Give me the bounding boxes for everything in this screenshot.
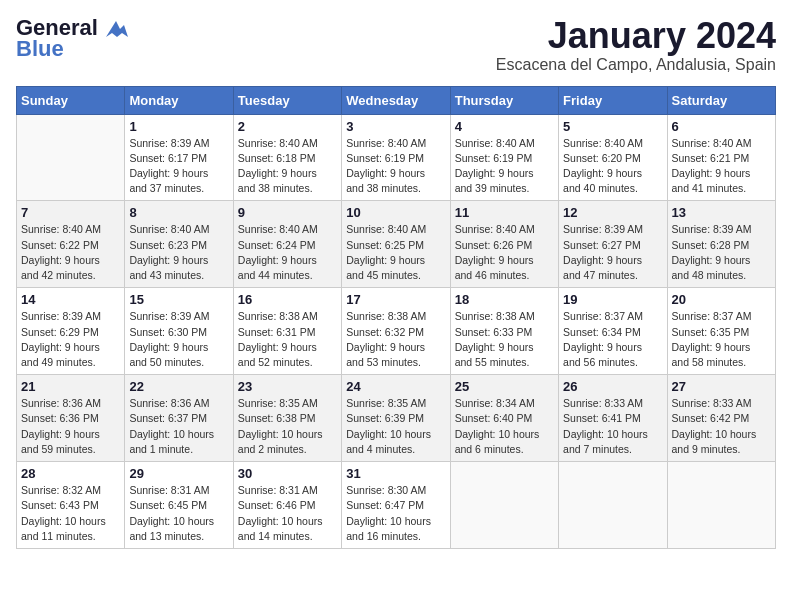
- calendar-cell: 18Sunrise: 8:38 AM Sunset: 6:33 PM Dayli…: [450, 288, 558, 375]
- logo-bottom: Blue: [16, 36, 64, 62]
- day-number: 26: [563, 379, 662, 394]
- calendar-cell: 6Sunrise: 8:40 AM Sunset: 6:21 PM Daylig…: [667, 114, 775, 201]
- calendar-cell: [559, 462, 667, 549]
- day-info: Sunrise: 8:40 AM Sunset: 6:18 PM Dayligh…: [238, 136, 337, 197]
- calendar-cell: 25Sunrise: 8:34 AM Sunset: 6:40 PM Dayli…: [450, 375, 558, 462]
- col-monday: Monday: [125, 86, 233, 114]
- calendar-cell: 3Sunrise: 8:40 AM Sunset: 6:19 PM Daylig…: [342, 114, 450, 201]
- day-number: 11: [455, 205, 554, 220]
- calendar-cell: 21Sunrise: 8:36 AM Sunset: 6:36 PM Dayli…: [17, 375, 125, 462]
- calendar-body: 1Sunrise: 8:39 AM Sunset: 6:17 PM Daylig…: [17, 114, 776, 548]
- day-number: 19: [563, 292, 662, 307]
- col-saturday: Saturday: [667, 86, 775, 114]
- day-number: 5: [563, 119, 662, 134]
- day-info: Sunrise: 8:32 AM Sunset: 6:43 PM Dayligh…: [21, 483, 120, 544]
- day-info: Sunrise: 8:38 AM Sunset: 6:32 PM Dayligh…: [346, 309, 445, 370]
- day-info: Sunrise: 8:40 AM Sunset: 6:25 PM Dayligh…: [346, 222, 445, 283]
- day-info: Sunrise: 8:31 AM Sunset: 6:45 PM Dayligh…: [129, 483, 228, 544]
- day-info: Sunrise: 8:40 AM Sunset: 6:19 PM Dayligh…: [346, 136, 445, 197]
- calendar-cell: 29Sunrise: 8:31 AM Sunset: 6:45 PM Dayli…: [125, 462, 233, 549]
- day-number: 15: [129, 292, 228, 307]
- calendar-cell: 16Sunrise: 8:38 AM Sunset: 6:31 PM Dayli…: [233, 288, 341, 375]
- day-number: 2: [238, 119, 337, 134]
- calendar-cell: 27Sunrise: 8:33 AM Sunset: 6:42 PM Dayli…: [667, 375, 775, 462]
- day-info: Sunrise: 8:30 AM Sunset: 6:47 PM Dayligh…: [346, 483, 445, 544]
- day-info: Sunrise: 8:31 AM Sunset: 6:46 PM Dayligh…: [238, 483, 337, 544]
- col-wednesday: Wednesday: [342, 86, 450, 114]
- calendar-cell: 5Sunrise: 8:40 AM Sunset: 6:20 PM Daylig…: [559, 114, 667, 201]
- day-info: Sunrise: 8:39 AM Sunset: 6:30 PM Dayligh…: [129, 309, 228, 370]
- calendar-week-row: 14Sunrise: 8:39 AM Sunset: 6:29 PM Dayli…: [17, 288, 776, 375]
- day-number: 28: [21, 466, 120, 481]
- calendar-cell: 17Sunrise: 8:38 AM Sunset: 6:32 PM Dayli…: [342, 288, 450, 375]
- day-info: Sunrise: 8:35 AM Sunset: 6:39 PM Dayligh…: [346, 396, 445, 457]
- day-number: 24: [346, 379, 445, 394]
- calendar-cell: 28Sunrise: 8:32 AM Sunset: 6:43 PM Dayli…: [17, 462, 125, 549]
- day-number: 16: [238, 292, 337, 307]
- logo-blue-text: [98, 15, 128, 40]
- day-info: Sunrise: 8:37 AM Sunset: 6:35 PM Dayligh…: [672, 309, 771, 370]
- day-info: Sunrise: 8:40 AM Sunset: 6:26 PM Dayligh…: [455, 222, 554, 283]
- calendar-cell: 26Sunrise: 8:33 AM Sunset: 6:41 PM Dayli…: [559, 375, 667, 462]
- day-number: 23: [238, 379, 337, 394]
- day-number: 8: [129, 205, 228, 220]
- calendar-title: January 2024: [496, 16, 776, 56]
- day-info: Sunrise: 8:33 AM Sunset: 6:42 PM Dayligh…: [672, 396, 771, 457]
- calendar-cell: 30Sunrise: 8:31 AM Sunset: 6:46 PM Dayli…: [233, 462, 341, 549]
- day-number: 14: [21, 292, 120, 307]
- day-number: 31: [346, 466, 445, 481]
- calendar-cell: 19Sunrise: 8:37 AM Sunset: 6:34 PM Dayli…: [559, 288, 667, 375]
- calendar-cell: 7Sunrise: 8:40 AM Sunset: 6:22 PM Daylig…: [17, 201, 125, 288]
- calendar-week-row: 7Sunrise: 8:40 AM Sunset: 6:22 PM Daylig…: [17, 201, 776, 288]
- day-info: Sunrise: 8:39 AM Sunset: 6:17 PM Dayligh…: [129, 136, 228, 197]
- calendar-cell: 8Sunrise: 8:40 AM Sunset: 6:23 PM Daylig…: [125, 201, 233, 288]
- calendar-cell: 14Sunrise: 8:39 AM Sunset: 6:29 PM Dayli…: [17, 288, 125, 375]
- calendar-cell: 4Sunrise: 8:40 AM Sunset: 6:19 PM Daylig…: [450, 114, 558, 201]
- day-number: 10: [346, 205, 445, 220]
- day-number: 1: [129, 119, 228, 134]
- day-info: Sunrise: 8:36 AM Sunset: 6:37 PM Dayligh…: [129, 396, 228, 457]
- calendar-cell: 1Sunrise: 8:39 AM Sunset: 6:17 PM Daylig…: [125, 114, 233, 201]
- calendar-table: Sunday Monday Tuesday Wednesday Thursday…: [16, 86, 776, 549]
- day-number: 12: [563, 205, 662, 220]
- calendar-week-row: 21Sunrise: 8:36 AM Sunset: 6:36 PM Dayli…: [17, 375, 776, 462]
- calendar-cell: 20Sunrise: 8:37 AM Sunset: 6:35 PM Dayli…: [667, 288, 775, 375]
- day-info: Sunrise: 8:39 AM Sunset: 6:28 PM Dayligh…: [672, 222, 771, 283]
- calendar-header-row: Sunday Monday Tuesday Wednesday Thursday…: [17, 86, 776, 114]
- col-friday: Friday: [559, 86, 667, 114]
- day-number: 27: [672, 379, 771, 394]
- col-tuesday: Tuesday: [233, 86, 341, 114]
- day-info: Sunrise: 8:39 AM Sunset: 6:29 PM Dayligh…: [21, 309, 120, 370]
- calendar-cell: 23Sunrise: 8:35 AM Sunset: 6:38 PM Dayli…: [233, 375, 341, 462]
- calendar-cell: [17, 114, 125, 201]
- calendar-cell: [667, 462, 775, 549]
- day-number: 30: [238, 466, 337, 481]
- calendar-cell: 24Sunrise: 8:35 AM Sunset: 6:39 PM Dayli…: [342, 375, 450, 462]
- day-info: Sunrise: 8:39 AM Sunset: 6:27 PM Dayligh…: [563, 222, 662, 283]
- calendar-cell: 31Sunrise: 8:30 AM Sunset: 6:47 PM Dayli…: [342, 462, 450, 549]
- calendar-cell: [450, 462, 558, 549]
- day-number: 20: [672, 292, 771, 307]
- day-number: 4: [455, 119, 554, 134]
- title-section: January 2024 Escacena del Campo, Andalus…: [496, 16, 776, 74]
- day-info: Sunrise: 8:38 AM Sunset: 6:31 PM Dayligh…: [238, 309, 337, 370]
- calendar-cell: 15Sunrise: 8:39 AM Sunset: 6:30 PM Dayli…: [125, 288, 233, 375]
- calendar-subtitle: Escacena del Campo, Andalusia, Spain: [496, 56, 776, 74]
- day-info: Sunrise: 8:40 AM Sunset: 6:19 PM Dayligh…: [455, 136, 554, 197]
- day-number: 7: [21, 205, 120, 220]
- page-header: General Blue January 2024 Escacena del C…: [16, 16, 776, 74]
- day-number: 13: [672, 205, 771, 220]
- day-info: Sunrise: 8:40 AM Sunset: 6:20 PM Dayligh…: [563, 136, 662, 197]
- day-info: Sunrise: 8:33 AM Sunset: 6:41 PM Dayligh…: [563, 396, 662, 457]
- calendar-cell: 12Sunrise: 8:39 AM Sunset: 6:27 PM Dayli…: [559, 201, 667, 288]
- calendar-cell: 9Sunrise: 8:40 AM Sunset: 6:24 PM Daylig…: [233, 201, 341, 288]
- day-info: Sunrise: 8:37 AM Sunset: 6:34 PM Dayligh…: [563, 309, 662, 370]
- day-info: Sunrise: 8:40 AM Sunset: 6:21 PM Dayligh…: [672, 136, 771, 197]
- day-number: 17: [346, 292, 445, 307]
- calendar-week-row: 1Sunrise: 8:39 AM Sunset: 6:17 PM Daylig…: [17, 114, 776, 201]
- day-info: Sunrise: 8:40 AM Sunset: 6:24 PM Dayligh…: [238, 222, 337, 283]
- svg-marker-0: [106, 21, 128, 37]
- calendar-cell: 2Sunrise: 8:40 AM Sunset: 6:18 PM Daylig…: [233, 114, 341, 201]
- calendar-cell: 11Sunrise: 8:40 AM Sunset: 6:26 PM Dayli…: [450, 201, 558, 288]
- day-info: Sunrise: 8:34 AM Sunset: 6:40 PM Dayligh…: [455, 396, 554, 457]
